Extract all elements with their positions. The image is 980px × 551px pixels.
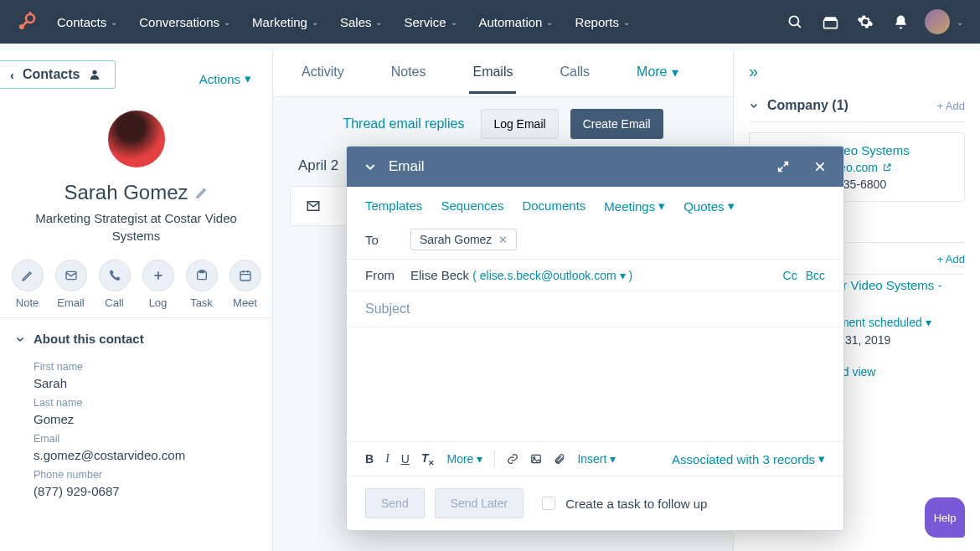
insert-dropdown[interactable]: Insert▾ (577, 452, 616, 466)
link-icon[interactable] (507, 453, 518, 465)
settings-icon[interactable] (856, 13, 874, 31)
nav-conversations[interactable]: Conversations⌄ (139, 15, 230, 29)
svg-rect-11 (199, 270, 204, 273)
contact-panel: Sarah Gomez Marketing Strategist at Cost… (0, 50, 273, 551)
collapse-icon[interactable]: » (749, 62, 965, 81)
chevron-down-icon[interactable] (364, 160, 377, 173)
composer-body[interactable] (347, 327, 843, 441)
format-more-dropdown[interactable]: More▾ (446, 452, 482, 466)
bold-button[interactable]: B (365, 452, 374, 466)
chevron-down-icon: ⌄ (312, 18, 318, 27)
action-task[interactable]: Task (186, 260, 218, 309)
deal-title[interactable]: ar Video Systems - (836, 278, 965, 292)
svg-line-2 (23, 21, 28, 25)
send-bar: Send Send Later Create a task to follow … (347, 476, 843, 530)
marketplace-icon[interactable] (821, 13, 839, 31)
chevron-down-icon: ⌄ (957, 18, 963, 27)
close-icon[interactable] (813, 160, 827, 173)
add-company-link[interactable]: + Add (936, 100, 965, 112)
contact-actions: Note Email Call Log Task Meet (0, 260, 272, 309)
chevron-down-icon: ⌄ (623, 18, 630, 27)
recipient-chip[interactable]: Sarah Gomez✕ (410, 229, 517, 250)
send-button[interactable]: Send (365, 488, 425, 518)
svg-rect-19 (532, 455, 541, 462)
meetings-dropdown[interactable]: Meetings▾ (604, 198, 665, 214)
search-icon[interactable] (786, 13, 804, 31)
action-call[interactable]: Call (99, 260, 131, 309)
contact-name: Sarah Gomez (0, 181, 272, 204)
field-email[interactable]: Emails.gomez@costarvideo.com (0, 426, 272, 462)
chevron-down-icon: ⌄ (451, 18, 457, 27)
notifications-icon[interactable] (891, 13, 910, 31)
action-note[interactable]: Note (12, 260, 44, 309)
followup-task-checkbox[interactable] (542, 497, 555, 510)
deal-stage[interactable]: tment scheduled▾ (836, 316, 965, 329)
caret-down-icon: ▾ (658, 198, 665, 214)
user-icon (88, 68, 101, 81)
pencil-icon[interactable] (195, 186, 209, 199)
chevron-down-icon (15, 334, 25, 344)
nav-marketing[interactable]: Marketing⌄ (252, 15, 318, 29)
field-first-name[interactable]: First nameSarah (0, 354, 272, 390)
tab-notes[interactable]: Notes (388, 53, 430, 94)
pencil-icon (21, 269, 34, 282)
nav-contacts[interactable]: Contacts⌄ (57, 15, 117, 29)
caret-down-icon: ▾ (818, 451, 825, 466)
hubspot-logo[interactable] (17, 12, 37, 32)
nav-automation[interactable]: Automation⌄ (479, 15, 554, 29)
envelope-icon (64, 269, 78, 282)
from-name[interactable]: Elise Beck ( elise.s.beck@outlook.com ▾ … (410, 268, 632, 282)
from-label: From (365, 268, 410, 282)
contact-avatar[interactable] (106, 109, 167, 169)
documents-link[interactable]: Documents (522, 198, 585, 214)
templates-link[interactable]: Templates (365, 198, 422, 214)
associated-records-dropdown[interactable]: Associated with 3 records▾ (672, 451, 825, 466)
actions-dropdown[interactable]: Actions▾ (199, 71, 251, 86)
add-deal-link[interactable]: + Add (936, 253, 965, 265)
company-domain[interactable]: leo.com (837, 161, 964, 174)
italic-button[interactable]: I (385, 452, 389, 466)
underline-button[interactable]: U (401, 452, 410, 466)
log-email-button[interactable]: Log Email (481, 109, 558, 139)
phone-icon (108, 269, 121, 282)
chevron-left-icon: ‹ (10, 68, 14, 82)
clear-format-button[interactable]: T✕ (421, 451, 436, 467)
tab-calls[interactable]: Calls (556, 53, 593, 94)
section-company[interactable]: Company (1) + Add (749, 88, 965, 122)
calendar-icon (239, 269, 252, 282)
tabs: Activity Notes Emails Calls More▾ (273, 50, 733, 97)
create-email-button[interactable]: Create Email (570, 109, 663, 139)
contact-title: Marketing Strategist at Costar Video Sys… (0, 209, 272, 245)
associated-view-link[interactable]: ed view (836, 365, 965, 378)
action-meet[interactable]: Meet (230, 260, 261, 309)
caret-down-icon: ▾ (926, 316, 931, 329)
email-composer: Email Templates Sequences Documents Meet… (346, 146, 844, 531)
remove-recipient-icon[interactable]: ✕ (498, 234, 508, 246)
about-section-header[interactable]: About this contact (0, 317, 272, 354)
nav-service[interactable]: Service⌄ (404, 15, 456, 29)
user-avatar[interactable] (925, 9, 950, 34)
tab-emails[interactable]: Emails (469, 53, 516, 94)
sequences-link[interactable]: Sequences (441, 198, 503, 214)
field-last-name[interactable]: Last nameGomez (0, 390, 272, 426)
attachment-icon[interactable] (554, 453, 565, 465)
nav-sales[interactable]: Sales⌄ (340, 15, 383, 29)
tab-activity[interactable]: Activity (298, 53, 348, 94)
send-later-button[interactable]: Send Later (435, 488, 524, 518)
action-email[interactable]: Email (55, 260, 87, 309)
nav-reports[interactable]: Reports⌄ (575, 15, 630, 29)
quotes-dropdown[interactable]: Quotes▾ (683, 198, 734, 214)
bcc-link[interactable]: Bcc (806, 269, 825, 282)
help-button[interactable]: Help (925, 497, 965, 538)
field-phone[interactable]: Phone number(877) 929-0687 (0, 462, 272, 498)
thread-replies-link[interactable]: Thread email replies (343, 116, 464, 131)
expand-icon[interactable] (776, 160, 790, 173)
svg-line-5 (797, 23, 800, 27)
chevron-down-icon: ⌄ (546, 18, 553, 27)
tab-more[interactable]: More▾ (633, 53, 681, 95)
action-log[interactable]: Log (142, 260, 174, 309)
subject-input[interactable]: Subject (347, 291, 843, 327)
image-icon[interactable] (530, 453, 542, 465)
breadcrumb-contacts[interactable]: ‹ Contacts (0, 60, 116, 89)
cc-link[interactable]: Cc (783, 269, 797, 282)
